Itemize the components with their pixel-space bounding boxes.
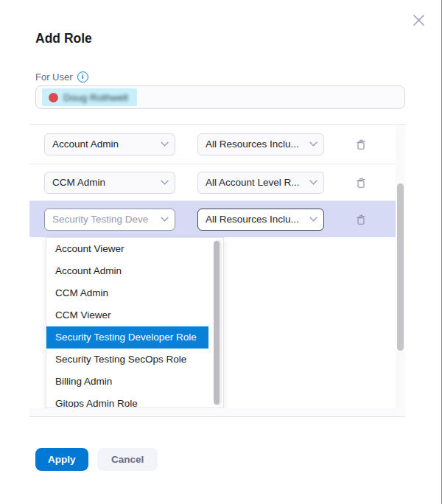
chevron-down-icon bbox=[309, 180, 318, 185]
close-icon bbox=[412, 13, 426, 27]
role-select-open[interactable]: Security Testing Deve bbox=[44, 209, 175, 231]
role-row: CCM Admin All Account Level R... bbox=[29, 164, 405, 201]
trash-icon bbox=[355, 177, 367, 189]
close-button[interactable] bbox=[410, 12, 427, 28]
user-name: Doug Rothwell bbox=[63, 92, 128, 103]
resource-group-select[interactable]: All Resources Inclu... bbox=[197, 209, 324, 231]
role-select-value: Account Admin bbox=[45, 139, 158, 150]
role-option[interactable]: Account Viewer bbox=[46, 238, 208, 260]
resource-group-select[interactable]: All Resources Inclu... bbox=[197, 133, 324, 155]
resource-group-select-value: All Resources Inclu... bbox=[198, 214, 306, 225]
role-select[interactable]: CCM Admin bbox=[44, 172, 175, 194]
cancel-button[interactable]: Cancel bbox=[97, 448, 158, 471]
role-select[interactable]: Account Admin bbox=[44, 133, 175, 155]
chevron-down-icon bbox=[309, 141, 318, 147]
info-icon[interactable]: i bbox=[77, 71, 88, 83]
delete-role-button[interactable] bbox=[354, 175, 368, 190]
panel-scrollbar-thumb[interactable] bbox=[397, 183, 404, 351]
role-option[interactable]: CCM Admin bbox=[46, 282, 208, 304]
trash-icon bbox=[355, 139, 367, 150]
role-select-value: Security Testing Deve bbox=[45, 214, 158, 225]
user-field[interactable]: Doug Rothwell bbox=[35, 85, 405, 109]
resource-group-select[interactable]: All Account Level R... bbox=[197, 172, 324, 194]
user-chip[interactable]: Doug Rothwell bbox=[42, 88, 137, 106]
role-select-value: CCM Admin bbox=[45, 177, 158, 188]
role-option[interactable]: Gitops Admin Role bbox=[46, 393, 208, 408]
chevron-down-icon bbox=[161, 141, 169, 147]
dropdown-scrollbar-thumb[interactable] bbox=[214, 241, 220, 405]
delete-role-button[interactable] bbox=[354, 212, 368, 227]
role-assignments-viewport: Account Admin All Resources Inclu... bbox=[29, 125, 405, 408]
role-option[interactable]: Account Admin bbox=[46, 260, 208, 282]
role-option[interactable]: CCM Viewer bbox=[46, 304, 208, 326]
chevron-down-icon bbox=[161, 180, 169, 185]
delete-role-button[interactable] bbox=[354, 137, 368, 152]
page-title: Add Role bbox=[35, 31, 92, 46]
for-user-label: For User bbox=[35, 71, 73, 83]
role-row: Account Admin All Resources Inclu... bbox=[29, 125, 405, 164]
role-assignments-panel: Account Admin All Resources Inclu... bbox=[29, 124, 405, 417]
chevron-down-icon bbox=[161, 217, 169, 222]
panel-scrollbar-gutter bbox=[396, 125, 405, 408]
chevron-down-icon bbox=[309, 217, 318, 222]
role-option-highlighted[interactable]: Security Testing Developer Role bbox=[46, 326, 208, 349]
trash-icon bbox=[355, 214, 367, 225]
for-user-label-row: For User i bbox=[35, 71, 88, 83]
dropdown-scrollbar-track bbox=[214, 239, 222, 406]
apply-button[interactable]: Apply bbox=[35, 448, 88, 471]
avatar bbox=[49, 93, 58, 102]
resource-group-select-value: All Resources Inclu... bbox=[198, 139, 306, 150]
role-option[interactable]: Security Testing SecOps Role bbox=[46, 349, 208, 371]
role-row-active: Security Testing Deve All Resources Incl… bbox=[29, 201, 405, 237]
role-option[interactable]: Billing Admin bbox=[46, 371, 208, 393]
role-dropdown-menu: Account Viewer Account Admin CCM Admin C… bbox=[46, 237, 224, 408]
resource-group-select-value: All Account Level R... bbox=[198, 177, 306, 188]
